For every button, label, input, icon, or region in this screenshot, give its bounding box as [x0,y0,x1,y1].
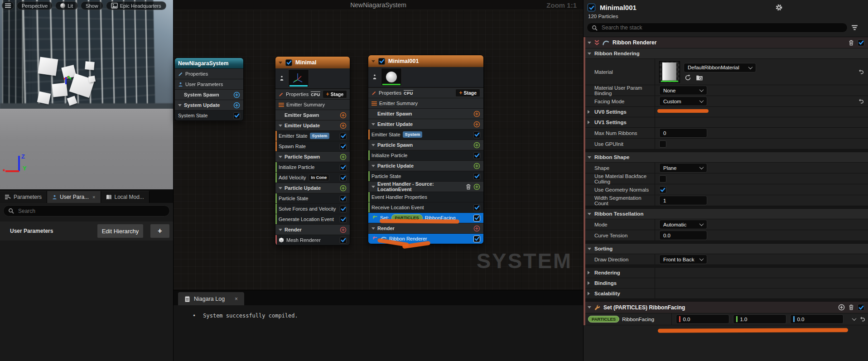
value-input[interactable]: 1 [659,196,707,205]
stack-row-mesh-renderer[interactable]: Mesh Renderer [275,235,350,245]
stack-row-generate-location-event[interactable]: Generate Location Event [275,214,350,224]
collapse-arrow-icon[interactable] [279,187,282,189]
stack-row-event-handler-source-locationevent[interactable]: Event Handler - Source: LocationEvent [368,181,483,192]
collapse-arrow-icon[interactable] [279,125,282,127]
module-enabled-checkbox[interactable] [340,133,347,140]
node-enabled-checkbox[interactable] [285,59,292,66]
property-checkbox[interactable] [659,140,666,148]
collapse-arrow-icon[interactable] [588,281,590,285]
tab-parameters[interactable]: Parameters [0,191,47,203]
add-icon[interactable] [838,304,845,311]
collapse-arrow-icon[interactable] [588,306,591,308]
stack-row-properties[interactable]: PropertiesCPU+Stage [275,89,350,99]
detail-row-draw-direction[interactable]: Draw DirectionFront to Back [583,254,868,265]
add-stage-button[interactable]: +Stage [455,89,480,97]
viewport-menu-button[interactable] [2,1,14,10]
module-enabled-checkbox[interactable] [340,206,347,212]
collapse-arrow-icon[interactable] [279,229,282,231]
stack-row-receive-location-event[interactable]: Receive Location Event [368,202,483,212]
add-module-button[interactable] [473,163,480,169]
detail-row-ribbon-renderer[interactable]: Ribbon Renderer [583,37,868,48]
node-minimal[interactable]: MinimalPropertiesCPU+StageEmitter Summar… [275,56,350,245]
dropdown-custom[interactable]: Custom [659,96,707,106]
dropdown-front-to-back[interactable]: Front to Back [659,255,707,264]
detail-row-shape[interactable]: ShapePlane [583,163,868,173]
close-icon[interactable]: × [235,296,238,302]
viewport-button-show[interactable]: Show [81,1,103,10]
detail-row-ribbon-rendering[interactable]: Ribbon Rendering [583,48,868,59]
detail-row-bindings[interactable]: Bindings [583,278,868,289]
browse-asset-icon[interactable] [696,74,703,81]
collapse-arrow-icon[interactable] [371,60,375,63]
detail-row-mode[interactable]: ModeAutomatic [583,219,868,230]
stack-row-emitter-summary[interactable]: Emitter Summary [368,98,483,108]
collapse-arrow-icon[interactable] [588,110,590,114]
detail-row-ribbon-tessellation[interactable]: Ribbon Tessellation [583,209,868,219]
gear-icon[interactable] [775,4,783,11]
tab-user-para-[interactable]: User Para...× [47,191,101,203]
stack-row-particle-state[interactable]: Particle State [368,171,483,181]
reset-icon[interactable] [859,316,865,322]
module-enabled-checkbox[interactable] [340,164,347,171]
stack-search-input[interactable] [601,24,843,31]
module-enabled-checkbox[interactable] [340,237,347,244]
stack-row-system-update[interactable]: System Update [175,100,243,110]
add-parameter-button[interactable]: + [150,224,169,238]
enabled-checkbox[interactable] [858,304,864,311]
parameters-search-input[interactable] [17,207,165,215]
trash-icon[interactable] [849,40,854,46]
detail-row-material-user-param-binding[interactable]: Material User Param BindingNone [583,85,868,96]
stack-row-particle-spawn[interactable]: Particle Spawn [368,140,483,150]
node-newniagarasystem[interactable]: NewNiagaraSystemPropertiesUser Parameter… [174,58,244,121]
node-minimal001[interactable]: Minimal001PropertiesCPU+StageEmitter Sum… [368,55,484,244]
collapse-arrow-icon[interactable] [588,292,590,295]
collapse-arrow-icon[interactable] [588,156,591,159]
detail-row-width-segmentation-count[interactable]: Width Segmentation Count1 [583,195,868,206]
stack-row-user-parameters[interactable]: User Parameters [175,79,243,89]
collapse-arrow-icon[interactable] [371,186,375,188]
detail-row-curve-tension[interactable]: Curve Tension0.0 [583,230,868,241]
stack-row-add-velocity[interactable]: Add VelocityIn Cone [275,172,350,183]
detail-row-set-particles-ribbonfacing[interactable]: Set (PARTICLES) RibbonFacing [583,302,868,313]
chevron-down-icon[interactable] [852,316,857,321]
add-module-button[interactable] [233,91,240,98]
add-module-button[interactable] [473,142,480,149]
emitter-enabled-checkbox[interactable] [588,4,595,11]
detail-row-use-geometry-normals[interactable]: Use Geometry Normals [583,184,868,195]
module-enabled-checkbox[interactable] [340,143,347,150]
stack-row-render[interactable]: Render [368,223,483,233]
property-checkbox[interactable] [659,186,666,193]
module-enabled-checkbox[interactable] [473,173,480,180]
add-module-button[interactable] [473,111,480,117]
collapse-arrow-icon[interactable] [371,123,375,125]
module-enabled-checkbox[interactable] [340,174,347,181]
detail-row-max-num-ribbons[interactable]: Max Num Ribbons0 [583,128,868,139]
detail-row-ribbon-shape[interactable]: Ribbon Shape [583,152,868,163]
collapse-arrow-icon[interactable] [588,120,590,124]
tab-local-mod-[interactable]: Local Mod... [101,191,149,203]
close-icon[interactable]: × [92,194,95,200]
enabled-checkbox[interactable] [858,39,864,46]
module-enabled-checkbox[interactable] [473,236,480,242]
stack-search-box[interactable] [587,23,848,33]
viewport-button-lit[interactable]: Lit [55,1,78,10]
collapse-arrow-icon[interactable] [279,62,282,64]
module-enabled-checkbox[interactable] [473,215,480,221]
add-module-button[interactable] [473,183,480,190]
stack-row-event-handler-properties[interactable]: Event Handler Properties [368,192,483,202]
node-header[interactable]: Minimal001 [368,55,483,67]
dropdown-plane[interactable]: Plane [659,163,707,173]
stack-row-solve-forces-and-velocity[interactable]: Solve Forces and Velocity [275,203,350,214]
stack-row-emitter-update[interactable]: Emitter Update [368,119,483,129]
preview-viewport[interactable]: * Z Y PerspectiveLitShowEpic Headquarter… [0,0,174,189]
collapse-arrow-icon[interactable] [588,248,591,250]
add-module-button[interactable] [340,112,347,119]
vector-component-input[interactable]: 1.0 [733,314,786,324]
stack-row-render[interactable]: Render [275,224,350,235]
trash-icon[interactable] [466,184,471,190]
detail-row-uv1-settings[interactable]: UV1 Settings [583,117,868,128]
add-module-button[interactable] [340,226,347,233]
stack-row-properties[interactable]: Properties [175,68,243,79]
collapse-arrow-icon[interactable] [178,104,182,106]
stack-row-particle-update[interactable]: Particle Update [275,183,350,193]
